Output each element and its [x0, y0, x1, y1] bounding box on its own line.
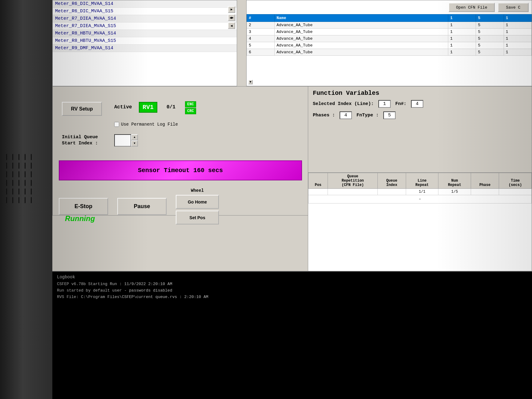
rv1-badge: RV1	[139, 102, 157, 113]
list-item[interactable]: Meter_R9_DMF_MVAA_S14	[53, 45, 237, 52]
sensor-timeout-bar: Sensor Timeout 160 secs	[59, 160, 302, 180]
queue-label: Initial QueueStart Index :	[62, 134, 98, 146]
scroll-arrows: ► ◀► ◀	[228, 6, 235, 29]
scroll-left-btn[interactable]: ◀	[228, 22, 235, 29]
queue-col-pos: Pos	[308, 173, 328, 189]
list-item[interactable]: Meter_R6_DIC_MVAA_S14	[53, 0, 237, 8]
queue-spinner: 1 ▲ ▼	[114, 134, 139, 147]
set-pos-button[interactable]: Set Pos	[176, 211, 219, 224]
list-item[interactable]: Meter_R7_DIEA_MVAA_S14	[53, 15, 237, 22]
log-file-checkbox[interactable]	[114, 122, 119, 127]
fn-vars-title: Function Variables	[308, 87, 532, 98]
list-item[interactable]: Meter_R6_DIC_MVAA_S15	[53, 8, 237, 15]
control-area: RV Setup Active RV1 0/1 ENC CRC Use Perm…	[52, 86, 311, 216]
queue-row-num-repeat: 1/5	[438, 189, 471, 195]
fn-num-label: Fn#:	[395, 101, 406, 107]
col-header-num: #	[247, 14, 275, 22]
logbook-entry-2: RVS File: C:\Program Files\CSFEP\current…	[57, 294, 527, 300]
logbook-area: Logbook CSFEP v6.78b Starting Run : 11/9…	[52, 271, 532, 399]
table-row[interactable]: 3 Advance_AA_Tube 1 5 1	[247, 29, 532, 35]
scroll-bottom-btn[interactable]: ▼	[248, 80, 253, 84]
crc-badge: CRC	[185, 108, 196, 114]
estop-button[interactable]: E-Stop	[59, 198, 108, 215]
vent-holes	[6, 154, 34, 203]
scroll-left-right-btn[interactable]: ◀►	[228, 14, 235, 21]
queue-col-time: Time(secs)	[499, 173, 532, 189]
queue-row-pos	[308, 189, 328, 195]
selected-index-value: 1	[378, 100, 391, 108]
fn-selected-index-row: Selected Index (Line): 1 Fn#: 4	[308, 98, 532, 110]
log-file-area: Use Permanent Log File	[114, 122, 178, 127]
queue-col-index: QueueIndex	[378, 173, 406, 189]
queue-row-repetition	[328, 189, 378, 195]
open-cfn-button[interactable]: Open CFN File	[449, 3, 495, 12]
queue-decrement-btn[interactable]: ▼	[131, 140, 138, 147]
col-header-1: 1	[448, 14, 476, 22]
table-row[interactable]: 4 Advance_AA_Tube 1 5 1	[247, 35, 532, 42]
save-button[interactable]: Save C	[498, 3, 529, 12]
running-status: Running	[65, 214, 95, 223]
queue-col-line-repeat: LineRepeat	[406, 173, 438, 189]
wheel-group: Wheel Go Home Set Pos	[176, 188, 219, 224]
col-header-name: Name	[275, 14, 448, 22]
list-item[interactable]: Meter_R7_DIEA_MVAA_S15	[53, 22, 237, 30]
list-item[interactable]: Meter_R8_HBTU_MVAA_S15	[53, 37, 237, 45]
go-home-button[interactable]: Go Home	[176, 195, 219, 209]
queue-col-num-repeat: NumRepeat	[438, 173, 471, 189]
logbook-entry-0: CSFEP v6.78b Starting Run : 11/9/2022 2:…	[57, 281, 527, 288]
queue-row-phase	[471, 189, 499, 195]
phases-value: 4	[340, 111, 352, 119]
log-file-label: Use Permanent Log File	[121, 122, 178, 127]
table-row: -	[308, 195, 532, 204]
left-metal-frame	[0, 0, 57, 399]
fn-type-label: FnType :	[357, 113, 379, 118]
phases-label: Phases :	[313, 113, 335, 118]
enc-badge: ENC	[185, 101, 196, 107]
table-row: 1/1 1/5	[308, 189, 532, 195]
wheel-label: Wheel	[176, 188, 219, 193]
logbook-entry-1: Run started by default user - passwords …	[57, 288, 527, 294]
selected-index-label: Selected Index (Line):	[313, 101, 374, 107]
fn-phases-row: Phases : 4 FnType : 5	[308, 110, 532, 121]
app-window: Meter_R6_DIC_MVAA_S14 Meter_R6_DIC_MVAA_…	[52, 0, 532, 399]
queue-row-time	[499, 189, 532, 195]
queue-col-repetition: QueueRepetition(CFN File)	[328, 173, 378, 189]
fn-num-value: 4	[411, 100, 423, 108]
queue-row-line-repeat: 1/1	[406, 189, 438, 195]
queue-row-index	[378, 189, 406, 195]
fn-type-value: 5	[383, 111, 396, 119]
meter-list-panel: Meter_R6_DIC_MVAA_S14 Meter_R6_DIC_MVAA_…	[52, 0, 237, 86]
pause-button[interactable]: Pause	[117, 198, 167, 215]
active-label: Active	[114, 104, 132, 110]
scroll-right-btn[interactable]: ►	[228, 6, 235, 13]
rv-setup-button[interactable]: RV Setup	[62, 102, 102, 116]
col-header-1b: 1	[504, 14, 531, 22]
queue-increment-btn[interactable]: ▲	[131, 134, 138, 140]
table-row[interactable]: 6 Advance_AA_Tube 1 5 1	[247, 49, 532, 56]
logbook-label: Logbook	[57, 275, 527, 280]
col-header-5: 5	[476, 14, 504, 22]
list-item[interactable]: Meter_R8_HBTU_MVAA_S14	[53, 30, 237, 37]
advance-tube-table: Open CFN File Save C # Name 1 5 1 2 Adva…	[246, 0, 532, 86]
queue-table-panel: Pos QueueRepetition(CFN File) QueueIndex…	[308, 172, 532, 280]
queue-value-input[interactable]: 1	[114, 134, 131, 147]
table-row[interactable]: 2 Advance_AA_Tube 1 5 1	[247, 22, 532, 29]
queue-col-phase: Phase	[471, 173, 499, 189]
table-row[interactable]: 5 Advance_AA_Tube 1 5 1	[247, 42, 532, 49]
counter-display: 0/1	[167, 104, 175, 110]
